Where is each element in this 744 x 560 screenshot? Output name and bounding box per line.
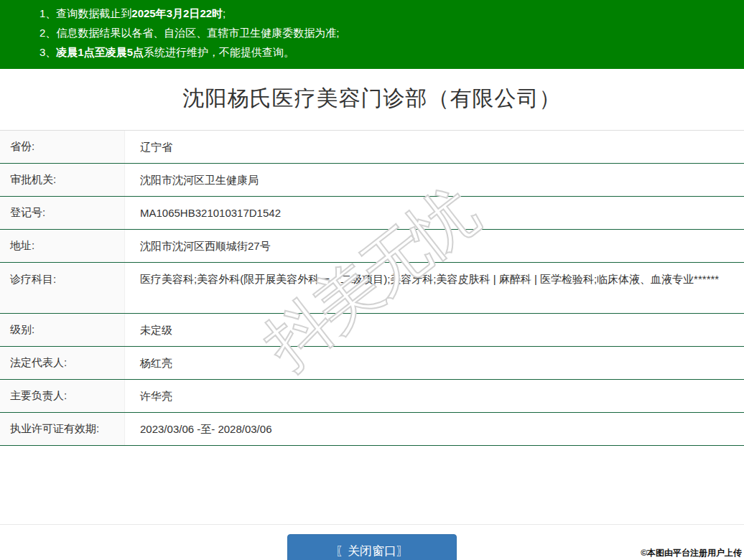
row-value: 杨红亮 (125, 347, 744, 379)
close-window-button[interactable]: 〖关闭窗口〗 (287, 534, 457, 560)
notice-text: 查询数据截止到 (56, 7, 131, 19)
row-value: 辽宁省 (125, 131, 744, 163)
row-value: MA1065HB321010317D1542 (125, 197, 744, 229)
row-label: 地址: (0, 230, 125, 262)
table-row-license-validity: 执业许可证有效期: 2023/03/06 -至- 2028/03/06 (0, 413, 744, 446)
row-value: 未定级 (125, 314, 744, 346)
notice-number: 3、 (39, 46, 56, 58)
notice-text: 信息数据结果以各省、自治区、直辖市卫生健康委数据为准; (56, 27, 339, 39)
license-query-page: 1、查询数据截止到2025年3月2日22时; 2、信息数据结果以各省、自治区、直… (0, 0, 744, 560)
footer-divider (0, 524, 744, 525)
row-label: 登记号: (0, 197, 125, 229)
row-label: 诊疗科目: (0, 263, 125, 313)
row-value: 沈阳市沈河区卫生健康局 (125, 164, 744, 196)
row-label: 法定代表人: (0, 347, 125, 379)
notice-bold-maintenance: 凌晨1点至凌晨5点 (56, 46, 144, 58)
table-row-medical-subjects: 诊疗科目: 医疗美容科;美容外科(限开展美容外科一、二级项目);美容牙科;美容皮… (0, 263, 744, 314)
notice-text: ; (223, 7, 225, 19)
table-row-registration-number: 登记号: MA1065HB321010317D1542 (0, 197, 744, 230)
copyright-stamp: ©本图由平台注册用户上传 (641, 547, 742, 559)
notice-bold-date: 2025年3月2日22时 (131, 7, 223, 19)
row-label: 主要负责人: (0, 380, 125, 412)
row-label: 审批机关: (0, 164, 125, 196)
notice-number: 1、 (39, 7, 56, 19)
notice-number: 2、 (39, 27, 56, 39)
row-label: 执业许可证有效期: (0, 413, 125, 445)
table-row-address: 地址: 沈阳市沈河区西顺城街27号 (0, 230, 744, 263)
institution-info-table: 省份: 辽宁省 审批机关: 沈阳市沈河区卫生健康局 登记号: MA1065HB3… (0, 130, 744, 446)
table-row-main-person-in-charge: 主要负责人: 许华亮 (0, 380, 744, 413)
row-value: 沈阳市沈河区西顺城街27号 (125, 230, 744, 262)
notice-text: 系统进行维护，不能提供查询。 (144, 46, 294, 58)
notice-banner: 1、查询数据截止到2025年3月2日22时; 2、信息数据结果以各省、自治区、直… (0, 0, 744, 69)
row-value: 许华亮 (125, 380, 744, 412)
institution-title: 沈阳杨氏医疗美容门诊部（有限公司） (0, 84, 744, 113)
table-row-approval-authority: 审批机关: 沈阳市沈河区卫生健康局 (0, 164, 744, 197)
row-label: 级别: (0, 314, 125, 346)
table-row-province: 省份: 辽宁省 (0, 131, 744, 164)
notice-line-1: 1、查询数据截止到2025年3月2日22时; (39, 4, 737, 23)
row-value: 医疗美容科;美容外科(限开展美容外科一、二级项目);美容牙科;美容皮肤科 | 麻… (125, 263, 744, 313)
row-label: 省份: (0, 131, 125, 163)
table-row-legal-representative: 法定代表人: 杨红亮 (0, 347, 744, 380)
table-row-level: 级别: 未定级 (0, 314, 744, 347)
row-value: 2023/03/06 -至- 2028/03/06 (125, 413, 744, 445)
notice-line-3: 3、凌晨1点至凌晨5点系统进行维护，不能提供查询。 (39, 42, 737, 62)
notice-line-2: 2、信息数据结果以各省、自治区、直辖市卫生健康委数据为准; (39, 23, 737, 42)
